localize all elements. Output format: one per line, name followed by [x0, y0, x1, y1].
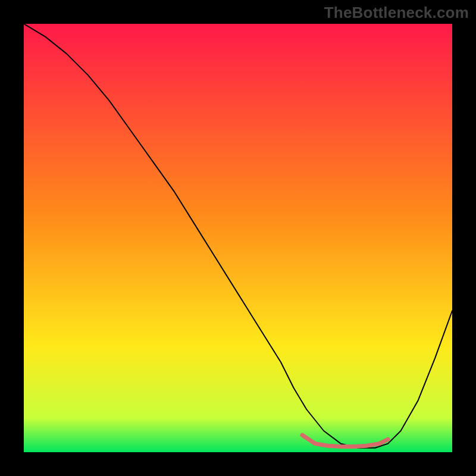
chart-frame: TheBottleneck.com	[0, 0, 476, 476]
gradient-background	[24, 24, 452, 452]
plot-area	[24, 24, 452, 452]
watermark-text: TheBottleneck.com	[324, 4, 469, 22]
chart-svg	[24, 24, 452, 452]
